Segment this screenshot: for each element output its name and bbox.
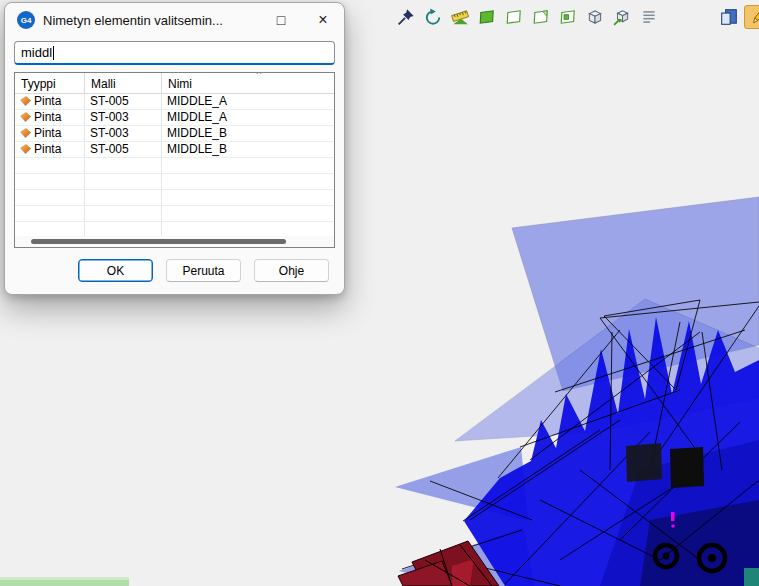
table-row[interactable]: Pinta ST-005 MIDDLE_B [15,142,334,158]
cube-arrow-icon [613,8,631,26]
ruler-icon [451,8,469,26]
ruler-button[interactable] [448,5,472,29]
pushpin-button[interactable] [394,5,418,29]
cell-malli: ST-005 [85,94,162,109]
cancel-button[interactable]: Peruuta [166,259,241,282]
plane-fold-icon [532,8,550,26]
cube-arrow-button[interactable] [610,5,634,29]
filter-input-value: middl [21,45,52,60]
ok-button[interactable]: OK [78,259,153,282]
cube-button[interactable] [583,5,607,29]
table-row-empty [15,190,334,206]
maximize-button[interactable]: □ [260,3,302,37]
table-row-empty [15,158,334,174]
cell-malli: ST-005 [85,142,162,157]
table-header-row: Tyyppi Malli Nimi ^ [15,73,334,94]
plane-icon [505,8,523,26]
plane-grid-button[interactable] [556,5,580,29]
plane-button[interactable] [502,5,526,29]
pushpin-icon [397,8,415,26]
cell-tyyppi: Pinta [34,94,61,108]
cell-malli: ST-003 [85,110,162,125]
column-header-malli[interactable]: Malli [85,73,162,93]
copy-blue-icon [720,8,738,26]
dialog-title: Nimetyn elementin valitsemin... [43,13,260,28]
cell-nimi: MIDDLE_A [162,110,334,125]
cell-tyyppi: Pinta [34,126,61,140]
table-row[interactable]: Pinta ST-003 MIDDLE_B [15,126,334,142]
column-header-tyyppi[interactable]: Tyyppi [15,73,85,93]
table-row[interactable]: Pinta ST-003 MIDDLE_A [15,110,334,126]
rotate-view-icon [424,8,442,26]
plane-filled-icon [478,8,496,26]
surface-icon [20,128,31,138]
list-icon [640,8,658,26]
plane-filled-button[interactable] [475,5,499,29]
help-button[interactable]: Ohje [254,259,329,282]
element-table: Tyyppi Malli Nimi ^ Pinta ST-005 MIDDLE_… [14,72,335,248]
table-row-empty [15,206,334,222]
magenta-marker [671,512,675,528]
surface-icon [20,96,31,106]
pencil-button[interactable] [744,5,759,29]
bottom-left-green-panel [0,577,129,586]
column-header-nimi[interactable]: Nimi ^ [162,73,334,93]
pencil-icon [749,8,759,26]
cube-icon [586,8,604,26]
close-button[interactable]: × [302,3,344,37]
horizontal-scrollbar[interactable] [15,236,334,247]
cell-nimi: MIDDLE_B [162,126,334,141]
surface-icon [20,112,31,122]
surface-icon [20,144,31,154]
bottom-right-corner-widget [744,568,759,586]
scrollbar-thumb[interactable] [31,239,286,244]
cell-tyyppi: Pinta [34,142,61,156]
dialog-titlebar: G4 Nimetyn elementin valitsemin... □ × [5,3,344,37]
cell-nimi: MIDDLE_A [162,94,334,109]
text-caret [53,46,54,60]
dialog-button-row: OK Peruuta Ohje [5,248,344,294]
plane-grid-icon [559,8,577,26]
filter-input[interactable]: middl [14,41,335,65]
cell-malli: ST-003 [85,126,162,141]
copy-blue-button[interactable] [717,5,741,29]
main-toolbar [394,4,759,30]
table-row[interactable]: Pinta ST-005 MIDDLE_A [15,94,334,110]
table-row-empty [15,174,334,190]
plane-fold-button[interactable] [529,5,553,29]
named-element-dialog: G4 Nimetyn elementin valitsemin... □ × m… [4,2,345,295]
cell-nimi: MIDDLE_B [162,142,334,157]
list-button[interactable] [637,5,661,29]
sort-ascending-icon: ^ [257,72,262,80]
app-icon: G4 [17,11,35,29]
rotate-view-button[interactable] [421,5,445,29]
column-header-nimi-label: Nimi [168,77,192,91]
cell-tyyppi: Pinta [34,110,61,124]
